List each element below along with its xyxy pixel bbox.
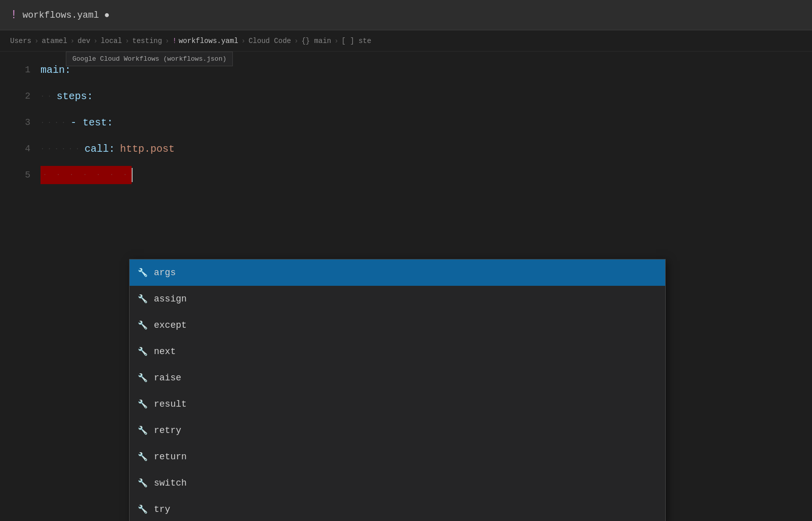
autocomplete-item-next[interactable]: next — [130, 338, 665, 365]
line-number-3: 3 — [0, 117, 40, 127]
editor-line-5: 5 · · · · · · · — [0, 162, 812, 188]
keyword-call: call: — [85, 143, 115, 155]
autocomplete-dropdown[interactable]: args assign except next raise result ret… — [129, 259, 666, 521]
text-cursor — [132, 168, 133, 182]
line-number-1: 1 — [0, 65, 40, 75]
breadcrumb-local[interactable]: local — [101, 37, 122, 45]
autocomplete-item-result[interactable]: result — [130, 391, 665, 417]
indent-dots: · · · · · · · — [40, 171, 130, 179]
autocomplete-item-return[interactable]: return — [130, 444, 665, 470]
keyword-steps: steps: — [57, 91, 93, 102]
line-content-5: · · · · · · · — [40, 166, 133, 184]
autocomplete-label-assign: assign — [154, 294, 187, 304]
title-bar: ! workflows.yaml ● — [0, 0, 812, 30]
autocomplete-label-args: args — [154, 268, 176, 278]
editor-area[interactable]: 1 main: 2 · · steps: 3 · · · · - test: 4… — [0, 52, 812, 188]
language-tooltip: Google Cloud Workflows (workflows.json) — [66, 52, 233, 66]
breadcrumb: Users › atamel › dev › local › testing ›… — [0, 30, 812, 52]
wrench-icon-return — [138, 452, 148, 462]
autocomplete-item-switch[interactable]: switch — [130, 470, 665, 496]
wrench-icon-result — [138, 399, 148, 409]
line-number-2: 2 — [0, 91, 40, 101]
autocomplete-item-assign[interactable]: assign — [130, 286, 665, 312]
wrench-icon-next — [138, 346, 148, 357]
wrench-icon-except — [138, 320, 148, 330]
file-error-icon: ! — [10, 8, 17, 22]
breadcrumb-main[interactable]: {} main — [301, 37, 331, 45]
wrench-icon-args — [138, 268, 148, 278]
line-content-4: · · · · · · call: http.post — [40, 143, 175, 155]
autocomplete-label-try: try — [154, 504, 170, 514]
wrench-icon-try — [138, 504, 148, 514]
breadcrumb-file[interactable]: workflows.yaml — [179, 37, 238, 45]
autocomplete-label-result: result — [154, 399, 187, 409]
line-content-3: · · · · - test: — [40, 117, 113, 128]
breadcrumb-dev[interactable]: dev — [77, 37, 90, 45]
autocomplete-item-try[interactable]: try — [130, 496, 665, 521]
autocomplete-label-raise: raise — [154, 373, 181, 383]
wrench-icon-assign — [138, 294, 148, 304]
unsaved-dot: ● — [104, 10, 110, 20]
tab-filename[interactable]: workflows.yaml — [22, 10, 99, 20]
autocomplete-label-return: return — [154, 452, 187, 462]
autocomplete-label-except: except — [154, 320, 187, 330]
editor-line-4: 4 · · · · · · call: http.post — [0, 136, 812, 162]
autocomplete-item-except[interactable]: except — [130, 312, 665, 338]
editor-line-3: 3 · · · · - test: — [0, 109, 812, 136]
autocomplete-label-retry: retry — [154, 425, 181, 436]
autocomplete-item-raise[interactable]: raise — [130, 365, 665, 391]
breadcrumb-atamel[interactable]: atamel — [42, 37, 67, 45]
editor-line-2: 2 · · steps: — [0, 83, 812, 109]
keyword-http-post: http.post — [120, 143, 175, 155]
breadcrumb-testing[interactable]: testing — [132, 37, 162, 45]
autocomplete-item-retry[interactable]: retry — [130, 417, 665, 444]
breadcrumb-cloud-code[interactable]: Cloud Code — [249, 37, 291, 45]
wrench-icon-switch — [138, 478, 148, 488]
autocomplete-item-args[interactable]: args — [130, 259, 665, 286]
line-content-2: · · steps: — [40, 91, 93, 102]
autocomplete-label-switch: switch — [154, 478, 187, 488]
breadcrumb-steps[interactable]: [ ] ste — [342, 37, 372, 45]
keyword-dash: - test: — [70, 117, 113, 128]
autocomplete-label-next: next — [154, 346, 176, 357]
breadcrumb-file-icon: ! — [173, 37, 177, 45]
line-number-5: 5 — [0, 170, 40, 180]
wrench-icon-retry — [138, 425, 148, 436]
line-number-4: 4 — [0, 144, 40, 154]
wrench-icon-raise — [138, 373, 148, 383]
red-indent-area: · · · · · · · — [40, 166, 132, 184]
breadcrumb-users[interactable]: Users — [10, 37, 31, 45]
